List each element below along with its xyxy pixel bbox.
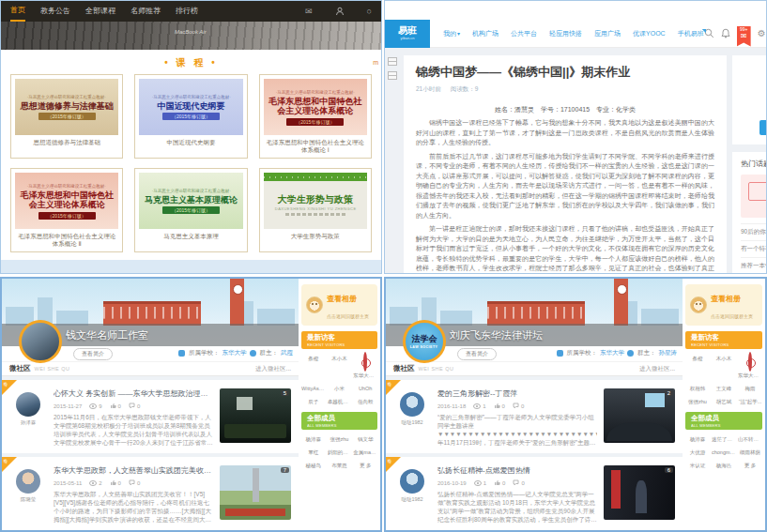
visitor-item[interactable]: 小米 (328, 384, 352, 392)
more-members[interactable]: 更 多 (738, 461, 762, 469)
group-avatar[interactable]: 法学会 LAW SOCIETY (403, 320, 446, 363)
enter-community-link[interactable]: 进入微社区... (639, 365, 675, 373)
view-album-card[interactable]: 查看相册 点击返回旧版群主页 (301, 284, 377, 326)
member-item[interactable]: 山不转水转 (738, 434, 762, 443)
course-card[interactable]: ·马克思主义理论研究和建设工程重点教材· 中国近现代史纲要 （2015年修订版）… (134, 74, 247, 159)
member-item[interactable]: 张强zhu (328, 434, 352, 443)
nav-public-platform[interactable]: 公共平台 (511, 29, 537, 38)
nav-yooc[interactable]: 优课YOOC (633, 29, 666, 38)
author-name[interactable]: 哒哒1982 (393, 496, 431, 503)
visitor-item[interactable]: 胡艺斌 (712, 397, 736, 405)
course-card[interactable]: ·马克思主义理论研究和建设工程重点教材· 马克思主义基本原理概论 （2015年修… (134, 168, 247, 252)
comment-count[interactable]: 0 (513, 403, 524, 409)
course-card[interactable]: ·马克思主义理论研究和建设工程重点教材· 毛泽东思想和中国特色社会主义理论体系概… (10, 168, 123, 252)
nav-teachers[interactable]: 名师推荐 (130, 2, 161, 21)
member-item[interactable]: 大优游 (685, 448, 710, 456)
nav-ranking[interactable]: 排行榜 (176, 2, 198, 21)
post-title[interactable]: 爱的三角形解密--丁霞萍 (437, 388, 597, 399)
nav-mobile-yiban[interactable]: 手机易班 (678, 29, 704, 38)
author-name[interactable]: 陈璐莹 (9, 496, 47, 503)
like-count[interactable]: 0 (494, 479, 505, 486)
member-item[interactable]: chongming (712, 448, 736, 456)
hot-topic-item[interactable]: 有一个特有的地方是什么... (741, 240, 767, 257)
member-item[interactable]: 米认证 (685, 461, 710, 469)
member-item[interactable]: 杨沛霖 (685, 434, 710, 443)
member-item[interactable]: 迷茫了无痕 (712, 434, 736, 443)
author-avatar[interactable] (16, 469, 40, 494)
visitor-item[interactable]: 条橙 (685, 354, 710, 379)
visitor-item[interactable]: 权相韩 (685, 384, 710, 392)
hot-topic-item[interactable]: 90后的你开始脱发再生... (741, 223, 767, 240)
post-thumbnail[interactable]: 7 (220, 465, 291, 520)
visitor-item[interactable]: 木小木 (712, 354, 736, 379)
post-title[interactable]: 弘扬长征精神-点燃爱国热情 (437, 465, 597, 476)
add-friend-button[interactable]: 加为好友 (759, 120, 767, 135)
visitor-item[interactable]: 东华大学公... (738, 354, 762, 379)
user-icon[interactable] (335, 7, 345, 16)
course-card[interactable]: ·马克思主义理论研究和建设工程重点教材· 毛泽东思想和中国特色社会主义理论体系概… (259, 74, 372, 159)
comment-count[interactable]: 0 (513, 479, 524, 486)
grid-icon[interactable] (388, 57, 397, 66)
visitor-item[interactable]: 东华大学公... (353, 354, 377, 379)
feedback-icon[interactable] (388, 71, 397, 80)
author-avatar[interactable] (400, 469, 424, 494)
more-members[interactable]: 更 多 (353, 461, 377, 469)
view-album-card[interactable]: 查看相册 点击返回旧版群主页 (685, 284, 762, 326)
school-link[interactable]: 东华大学 (600, 349, 624, 357)
gear-icon[interactable]: ⚙ (758, 29, 766, 38)
hot-topic-item[interactable]: 推荐一本书，一下子就... (741, 257, 767, 274)
member-item[interactable]: 覃红 (301, 448, 326, 456)
author-avatar[interactable] (16, 392, 40, 417)
visitor-item[interactable]: 卓越机械1... (328, 397, 352, 405)
nav-app-square[interactable]: 应用广场 (594, 29, 621, 38)
member-item[interactable]: 秘秘鸟 (301, 461, 326, 469)
member-item[interactable]: 钱文华 (353, 434, 377, 443)
post-thumbnail[interactable]: 6 (604, 465, 675, 520)
visitor-item[interactable]: 张强zhu (685, 397, 710, 405)
post-thumbnail[interactable]: 5 (220, 388, 291, 443)
mail-icon[interactable]: ✉ (305, 7, 313, 16)
author-name[interactable]: 孙泽霖 (9, 419, 47, 426)
like-count[interactable]: 0 (110, 479, 121, 486)
author-name[interactable]: 哒哒1982 (393, 419, 431, 426)
owner-link[interactable]: 孙星涛 (659, 349, 678, 357)
nav-announcements[interactable]: 教务公告 (40, 2, 70, 21)
view-intro-button[interactable]: 查看简介 (457, 348, 497, 360)
course-card[interactable]: 大学生形势与政策 DAXUESHENG XINGSHI YU ZHENGCE 大… (259, 168, 372, 252)
circle-icon[interactable]: ○ (367, 7, 372, 16)
post-thumbnail[interactable]: 2 (604, 388, 675, 443)
author-avatar[interactable] (400, 392, 424, 417)
visitor-item[interactable]: 辰子 (301, 397, 326, 405)
post-title[interactable]: 心怀大义 务实创新 ——东华大学思想政治理论实践教育活动 (54, 388, 213, 399)
course-card[interactable]: ·马克思主义理论研究和建设工程重点教材· 思想道德修养与法律基础 （2015年修… (10, 74, 123, 159)
nav-light-apps[interactable]: 轻应用快搭 (549, 29, 582, 38)
post-title[interactable]: 东华大学思政部，人文慈善翠山实践团完美收官！！ (54, 465, 213, 476)
school-link[interactable]: 东华大学 (222, 349, 247, 357)
enter-community-link[interactable]: 进入微社区... (255, 365, 291, 373)
view-intro-button[interactable]: 查看简介 (73, 348, 113, 360)
bell-icon[interactable] (721, 25, 730, 42)
comment-count[interactable]: 0 (129, 403, 140, 409)
nav-org-square[interactable]: 机构广场 (472, 29, 499, 38)
like-count[interactable]: 0 (110, 403, 121, 409)
member-item[interactable]: 杨海匹 (712, 461, 736, 469)
member-item[interactable]: 杨沛霖 (301, 434, 326, 443)
visitor-item[interactable]: UhOh (353, 384, 377, 392)
group-avatar[interactable] (19, 320, 62, 363)
visitor-item[interactable]: “法”起学... (738, 397, 762, 405)
owner-link[interactable]: 武霞 (281, 349, 293, 357)
comment-count[interactable]: 0 (129, 479, 140, 486)
member-item[interactable]: 斜阳的阳光 (328, 448, 352, 456)
visitor-item[interactable]: WittyAsYou (301, 384, 326, 392)
nav-home[interactable]: 首页 (10, 1, 25, 22)
visitor-item[interactable]: 任向毅 (353, 397, 377, 405)
visitor-item[interactable]: 梅雨 (738, 384, 762, 392)
nav-mine[interactable]: 我的 (443, 29, 460, 38)
visitor-item[interactable]: 条橙 (301, 354, 326, 379)
member-item[interactable]: 布莱恩 (328, 461, 352, 469)
message-ribbon-icon[interactable]: 99+ ✉ (737, 26, 751, 47)
like-count[interactable]: 0 (494, 403, 505, 409)
visitor-item[interactable]: 王文峰 (712, 384, 736, 392)
more-link[interactable]: m (373, 59, 378, 66)
nav-all-courses[interactable]: 全部课程 (85, 2, 115, 21)
